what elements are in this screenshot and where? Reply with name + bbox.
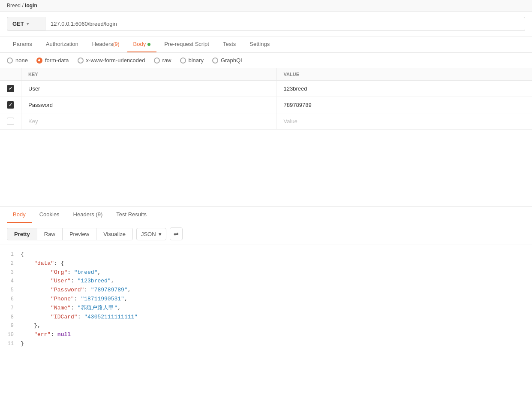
resp-tab-test-results[interactable]: Test Results <box>110 207 153 223</box>
code-area: 1 { 2 "data": { 3 "Org": "breed", 4 "Use… <box>0 245 532 354</box>
radio-none <box>7 58 13 64</box>
method-selector[interactable]: GET ▾ <box>7 17 45 31</box>
body-type-none[interactable]: none <box>7 57 28 64</box>
code-line-5: 5 "Password": "789789789", <box>0 286 532 295</box>
row1-check-cell <box>0 81 21 97</box>
code-line-8: 8 "IDCard": "43052111111111" <box>0 313 532 322</box>
row2-value[interactable]: 789789789 <box>284 102 312 108</box>
request-tabs: Params Authorization Headers(9) Body Pre… <box>0 36 532 53</box>
tab-params[interactable]: Params <box>7 36 38 52</box>
resp-tab-headers[interactable]: Headers (9) <box>67 207 109 223</box>
tab-tests[interactable]: Tests <box>217 36 242 52</box>
code-line-7: 7 "Name": "养殖户路人甲", <box>0 304 532 313</box>
method-chevron-icon: ▾ <box>27 21 29 26</box>
col-header-value: VALUE <box>277 68 532 81</box>
response-tabs: Body Cookies Headers (9) Test Results <box>0 207 532 223</box>
body-type-form-data[interactable]: form-data <box>36 57 69 64</box>
radio-urlencoded <box>78 58 84 64</box>
format-bar: Pretty Raw Preview Visualize JSON ▾ ⇌ <box>0 223 532 245</box>
table-row: User 123breed <box>0 81 532 97</box>
empty-body-area <box>0 130 532 207</box>
breadcrumb-parent[interactable]: Breed <box>7 3 21 9</box>
empty-value-placeholder: Value <box>284 118 298 124</box>
fmt-pretty[interactable]: Pretty <box>7 228 37 240</box>
tab-headers[interactable]: Headers(9) <box>86 36 126 52</box>
radio-graphql <box>212 58 218 64</box>
col-header-key: KEY <box>21 68 277 81</box>
row2-key-cell: Password <box>21 97 277 113</box>
form-data-table: KEY VALUE User 123breed <box>0 68 532 130</box>
radio-raw <box>154 58 160 64</box>
body-active-dot <box>147 43 150 46</box>
row2-checkbox[interactable] <box>7 101 14 109</box>
line-num-1: 1 <box>0 251 21 259</box>
empty-key-cell[interactable]: Key <box>21 113 277 130</box>
empty-key-placeholder: Key <box>28 118 38 124</box>
body-type-graphql[interactable]: GraphQL <box>212 57 243 64</box>
col-header-check <box>0 68 21 81</box>
tab-settings[interactable]: Settings <box>243 36 276 52</box>
tab-authorization[interactable]: Authorization <box>40 36 84 52</box>
wrap-icon: ⇌ <box>174 230 179 237</box>
body-type-urlencoded[interactable]: x-www-form-urlencoded <box>78 57 145 64</box>
code-line-4: 4 "User": "123breed", <box>0 277 532 286</box>
body-type-raw[interactable]: raw <box>154 57 171 64</box>
method-label: GET <box>12 21 24 27</box>
fmt-preview[interactable]: Preview <box>63 228 96 240</box>
json-format-label: JSON <box>141 231 156 237</box>
empty-checkbox[interactable] <box>7 118 14 125</box>
fmt-raw[interactable]: Raw <box>37 228 63 240</box>
code-line-3: 3 "Org": "breed", <box>0 268 532 277</box>
format-tabs: Pretty Raw Preview Visualize <box>7 228 133 240</box>
breadcrumb-current: login <box>25 3 37 9</box>
tab-body[interactable]: Body <box>127 36 157 52</box>
row2-value-cell: 789789789 <box>277 97 532 113</box>
breadcrumb: Breed / login <box>0 0 532 12</box>
row1-value-cell: 123breed <box>277 81 532 97</box>
tab-prerequest[interactable]: Pre-request Script <box>158 36 215 52</box>
radio-form-data <box>36 58 42 64</box>
fmt-visualize[interactable]: Visualize <box>96 228 132 240</box>
code-line-2: 2 "data": { <box>0 259 532 268</box>
url-input[interactable] <box>45 17 525 31</box>
resp-tab-body[interactable]: Body <box>7 207 32 223</box>
code-line-1: 1 { <box>0 250 532 259</box>
empty-value-cell[interactable]: Value <box>277 113 532 130</box>
row2-key[interactable]: Password <box>28 102 53 108</box>
wrap-button[interactable]: ⇌ <box>170 227 183 240</box>
row2-check-cell <box>0 97 21 113</box>
code-line-9: 9 }, <box>0 321 532 330</box>
json-chevron-icon: ▾ <box>159 231 162 237</box>
row1-key[interactable]: User <box>28 85 40 92</box>
resp-tab-cookies[interactable]: Cookies <box>33 207 66 223</box>
body-type-row: none form-data x-www-form-urlencoded raw… <box>0 53 532 68</box>
body-type-binary[interactable]: binary <box>180 57 204 64</box>
table-row: Password 789789789 <box>0 97 532 113</box>
row1-key-cell: User <box>21 81 277 97</box>
request-bar: GET ▾ <box>0 12 532 36</box>
table-row-empty: Key Value <box>0 113 532 130</box>
empty-check-cell <box>0 113 21 130</box>
row1-checkbox[interactable] <box>7 85 14 92</box>
radio-binary <box>180 58 186 64</box>
code-line-6: 6 "Phone": "18711990531", <box>0 295 532 304</box>
code-line-10: 10 "err": null <box>0 330 532 339</box>
json-format-selector[interactable]: JSON ▾ <box>136 228 166 240</box>
row1-value[interactable]: 123breed <box>284 85 307 92</box>
code-line-11: 11 } <box>0 339 532 348</box>
